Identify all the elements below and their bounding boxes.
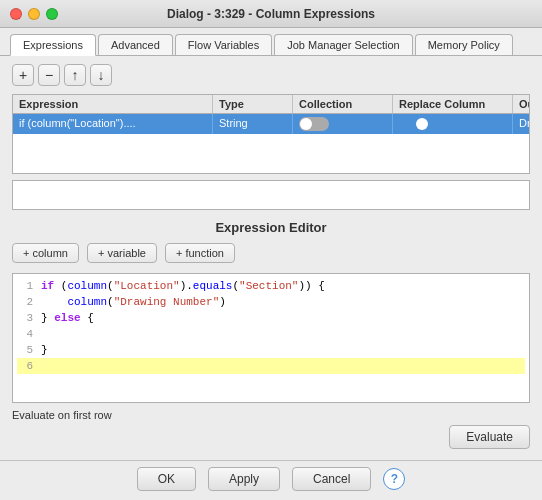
maximize-button[interactable] [46, 8, 58, 20]
code-line-5: 5 } [17, 342, 525, 358]
tab-expressions[interactable]: Expressions [10, 34, 96, 56]
move-down-button[interactable]: ↓ [90, 64, 112, 86]
code-line-6: 6 [17, 358, 525, 374]
code-line-2: 2 column("Drawing Number") [17, 294, 525, 310]
minimize-button[interactable] [28, 8, 40, 20]
tab-bar: Expressions Advanced Flow Variables Job … [0, 28, 542, 56]
col-header-expression: Expression [13, 95, 213, 113]
column-button[interactable]: + column [12, 243, 79, 263]
expression-table: Expression Type Collection Replace Colum… [12, 94, 530, 174]
cell-replace[interactable] [393, 114, 513, 134]
collection-toggle[interactable] [299, 117, 329, 131]
tab-job-manager[interactable]: Job Manager Selection [274, 34, 413, 55]
cell-expression: if (column("Location").... [13, 114, 213, 134]
cell-type: String [213, 114, 293, 134]
code-line-3: 3 } else { [17, 310, 525, 326]
code-line-1: 1 if (column("Location").equals("Section… [17, 278, 525, 294]
main-content: + − ↑ ↓ Expression Type Collection Repla… [0, 56, 542, 460]
col-header-output: Output Column [513, 95, 530, 113]
function-button[interactable]: + function [165, 243, 235, 263]
help-button[interactable]: ? [383, 468, 405, 490]
variable-button[interactable]: + variable [87, 243, 157, 263]
col-header-type: Type [213, 95, 293, 113]
close-button[interactable] [10, 8, 22, 20]
evaluate-button[interactable]: Evaluate [449, 425, 530, 449]
tab-memory-policy[interactable]: Memory Policy [415, 34, 513, 55]
editor-section-title: Expression Editor [12, 220, 530, 235]
bottom-bar: OK Apply Cancel ? [0, 460, 542, 496]
code-line-4: 4 [17, 326, 525, 342]
cell-collection[interactable] [293, 114, 393, 134]
move-up-button[interactable]: ↑ [64, 64, 86, 86]
evaluate-btn-row: Evaluate [12, 425, 530, 449]
code-editor[interactable]: 1 if (column("Location").equals("Section… [12, 273, 530, 403]
row-toolbar: + − ↑ ↓ [12, 64, 530, 86]
table-header: Expression Type Collection Replace Colum… [13, 95, 529, 114]
evaluate-label: Evaluate on first row [12, 409, 530, 421]
col-header-replace: Replace Column [393, 95, 513, 113]
add-row-button[interactable]: + [12, 64, 34, 86]
tab-flow-variables[interactable]: Flow Variables [175, 34, 272, 55]
tab-advanced[interactable]: Advanced [98, 34, 173, 55]
evaluate-section: Evaluate on first row Evaluate [12, 409, 530, 449]
ok-button[interactable]: OK [137, 467, 196, 491]
cell-output: Drawing Type [513, 114, 530, 134]
apply-button[interactable]: Apply [208, 467, 280, 491]
editor-toolbar: + column + variable + function [12, 243, 530, 263]
window-title: Dialog - 3:329 - Column Expressions [167, 7, 375, 21]
table-row[interactable]: if (column("Location").... String Drawin… [13, 114, 529, 134]
remove-row-button[interactable]: − [38, 64, 60, 86]
cancel-button[interactable]: Cancel [292, 467, 371, 491]
extra-rows-area [12, 180, 530, 210]
title-bar: Dialog - 3:329 - Column Expressions [0, 0, 542, 28]
replace-toggle[interactable] [399, 117, 429, 131]
col-header-collection: Collection [293, 95, 393, 113]
